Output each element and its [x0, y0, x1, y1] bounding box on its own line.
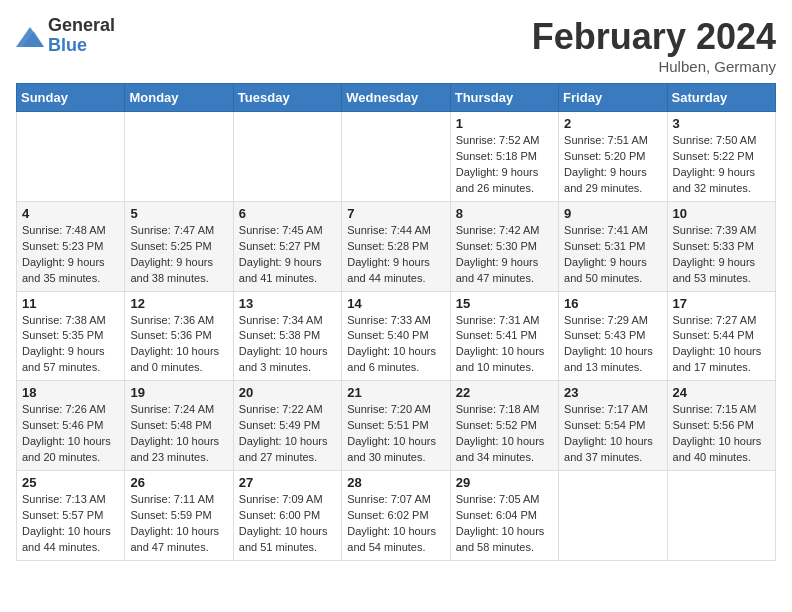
day-info: Sunrise: 7:13 AMSunset: 5:57 PMDaylight:… [22, 492, 119, 556]
calendar-cell: 21Sunrise: 7:20 AMSunset: 5:51 PMDayligh… [342, 381, 450, 471]
day-number: 23 [564, 385, 661, 400]
calendar-cell: 24Sunrise: 7:15 AMSunset: 5:56 PMDayligh… [667, 381, 775, 471]
day-info: Sunrise: 7:36 AMSunset: 5:36 PMDaylight:… [130, 313, 227, 377]
day-info: Sunrise: 7:33 AMSunset: 5:40 PMDaylight:… [347, 313, 444, 377]
day-info: Sunrise: 7:50 AMSunset: 5:22 PMDaylight:… [673, 133, 770, 197]
day-info: Sunrise: 7:51 AMSunset: 5:20 PMDaylight:… [564, 133, 661, 197]
day-number: 19 [130, 385, 227, 400]
day-number: 9 [564, 206, 661, 221]
day-info: Sunrise: 7:18 AMSunset: 5:52 PMDaylight:… [456, 402, 553, 466]
calendar-cell: 26Sunrise: 7:11 AMSunset: 5:59 PMDayligh… [125, 471, 233, 561]
day-of-week-header: Thursday [450, 84, 558, 112]
day-number: 21 [347, 385, 444, 400]
day-info: Sunrise: 7:45 AMSunset: 5:27 PMDaylight:… [239, 223, 336, 287]
calendar-cell: 25Sunrise: 7:13 AMSunset: 5:57 PMDayligh… [17, 471, 125, 561]
day-info: Sunrise: 7:48 AMSunset: 5:23 PMDaylight:… [22, 223, 119, 287]
day-info: Sunrise: 7:47 AMSunset: 5:25 PMDaylight:… [130, 223, 227, 287]
calendar-cell: 17Sunrise: 7:27 AMSunset: 5:44 PMDayligh… [667, 291, 775, 381]
calendar-cell [17, 112, 125, 202]
day-number: 16 [564, 296, 661, 311]
day-number: 3 [673, 116, 770, 131]
day-of-week-header: Friday [559, 84, 667, 112]
day-info: Sunrise: 7:29 AMSunset: 5:43 PMDaylight:… [564, 313, 661, 377]
day-info: Sunrise: 7:52 AMSunset: 5:18 PMDaylight:… [456, 133, 553, 197]
day-number: 27 [239, 475, 336, 490]
day-number: 25 [22, 475, 119, 490]
page-header: General Blue February 2024 Hulben, Germa… [16, 16, 776, 75]
day-number: 15 [456, 296, 553, 311]
calendar-cell: 28Sunrise: 7:07 AMSunset: 6:02 PMDayligh… [342, 471, 450, 561]
logo-icon [16, 25, 44, 47]
month-title: February 2024 [532, 16, 776, 58]
day-info: Sunrise: 7:11 AMSunset: 5:59 PMDaylight:… [130, 492, 227, 556]
calendar-cell: 2Sunrise: 7:51 AMSunset: 5:20 PMDaylight… [559, 112, 667, 202]
day-number: 12 [130, 296, 227, 311]
day-info: Sunrise: 7:38 AMSunset: 5:35 PMDaylight:… [22, 313, 119, 377]
calendar-cell [667, 471, 775, 561]
calendar-cell: 29Sunrise: 7:05 AMSunset: 6:04 PMDayligh… [450, 471, 558, 561]
calendar-cell: 6Sunrise: 7:45 AMSunset: 5:27 PMDaylight… [233, 201, 341, 291]
calendar-cell: 7Sunrise: 7:44 AMSunset: 5:28 PMDaylight… [342, 201, 450, 291]
day-info: Sunrise: 7:34 AMSunset: 5:38 PMDaylight:… [239, 313, 336, 377]
logo: General Blue [16, 16, 115, 56]
day-number: 7 [347, 206, 444, 221]
day-info: Sunrise: 7:31 AMSunset: 5:41 PMDaylight:… [456, 313, 553, 377]
day-number: 17 [673, 296, 770, 311]
calendar-cell: 4Sunrise: 7:48 AMSunset: 5:23 PMDaylight… [17, 201, 125, 291]
day-number: 5 [130, 206, 227, 221]
day-number: 6 [239, 206, 336, 221]
calendar-week-row: 18Sunrise: 7:26 AMSunset: 5:46 PMDayligh… [17, 381, 776, 471]
day-info: Sunrise: 7:07 AMSunset: 6:02 PMDaylight:… [347, 492, 444, 556]
day-of-week-header: Tuesday [233, 84, 341, 112]
day-number: 1 [456, 116, 553, 131]
calendar-cell [342, 112, 450, 202]
day-of-week-header: Monday [125, 84, 233, 112]
calendar-cell: 1Sunrise: 7:52 AMSunset: 5:18 PMDaylight… [450, 112, 558, 202]
day-number: 13 [239, 296, 336, 311]
day-number: 24 [673, 385, 770, 400]
day-info: Sunrise: 7:42 AMSunset: 5:30 PMDaylight:… [456, 223, 553, 287]
calendar-week-row: 11Sunrise: 7:38 AMSunset: 5:35 PMDayligh… [17, 291, 776, 381]
day-number: 2 [564, 116, 661, 131]
calendar-cell [125, 112, 233, 202]
calendar-week-row: 1Sunrise: 7:52 AMSunset: 5:18 PMDaylight… [17, 112, 776, 202]
day-info: Sunrise: 7:44 AMSunset: 5:28 PMDaylight:… [347, 223, 444, 287]
day-of-week-header: Sunday [17, 84, 125, 112]
calendar-cell: 15Sunrise: 7:31 AMSunset: 5:41 PMDayligh… [450, 291, 558, 381]
calendar-cell: 18Sunrise: 7:26 AMSunset: 5:46 PMDayligh… [17, 381, 125, 471]
day-info: Sunrise: 7:17 AMSunset: 5:54 PMDaylight:… [564, 402, 661, 466]
day-info: Sunrise: 7:20 AMSunset: 5:51 PMDaylight:… [347, 402, 444, 466]
calendar-cell: 22Sunrise: 7:18 AMSunset: 5:52 PMDayligh… [450, 381, 558, 471]
calendar-cell [233, 112, 341, 202]
day-number: 11 [22, 296, 119, 311]
day-number: 26 [130, 475, 227, 490]
calendar-cell: 20Sunrise: 7:22 AMSunset: 5:49 PMDayligh… [233, 381, 341, 471]
calendar-cell [559, 471, 667, 561]
calendar-cell: 27Sunrise: 7:09 AMSunset: 6:00 PMDayligh… [233, 471, 341, 561]
day-number: 29 [456, 475, 553, 490]
calendar-cell: 9Sunrise: 7:41 AMSunset: 5:31 PMDaylight… [559, 201, 667, 291]
logo-text: General Blue [48, 16, 115, 56]
day-number: 20 [239, 385, 336, 400]
day-number: 18 [22, 385, 119, 400]
calendar-header-row: SundayMondayTuesdayWednesdayThursdayFrid… [17, 84, 776, 112]
calendar-cell: 19Sunrise: 7:24 AMSunset: 5:48 PMDayligh… [125, 381, 233, 471]
calendar-cell: 14Sunrise: 7:33 AMSunset: 5:40 PMDayligh… [342, 291, 450, 381]
logo-general-text: General [48, 16, 115, 36]
calendar-cell: 12Sunrise: 7:36 AMSunset: 5:36 PMDayligh… [125, 291, 233, 381]
calendar-cell: 8Sunrise: 7:42 AMSunset: 5:30 PMDaylight… [450, 201, 558, 291]
day-number: 10 [673, 206, 770, 221]
calendar-week-row: 25Sunrise: 7:13 AMSunset: 5:57 PMDayligh… [17, 471, 776, 561]
calendar-cell: 16Sunrise: 7:29 AMSunset: 5:43 PMDayligh… [559, 291, 667, 381]
day-info: Sunrise: 7:26 AMSunset: 5:46 PMDaylight:… [22, 402, 119, 466]
day-info: Sunrise: 7:22 AMSunset: 5:49 PMDaylight:… [239, 402, 336, 466]
calendar-table: SundayMondayTuesdayWednesdayThursdayFrid… [16, 83, 776, 561]
calendar-cell: 5Sunrise: 7:47 AMSunset: 5:25 PMDaylight… [125, 201, 233, 291]
day-number: 14 [347, 296, 444, 311]
day-number: 22 [456, 385, 553, 400]
day-info: Sunrise: 7:05 AMSunset: 6:04 PMDaylight:… [456, 492, 553, 556]
calendar-cell: 23Sunrise: 7:17 AMSunset: 5:54 PMDayligh… [559, 381, 667, 471]
day-info: Sunrise: 7:39 AMSunset: 5:33 PMDaylight:… [673, 223, 770, 287]
day-info: Sunrise: 7:15 AMSunset: 5:56 PMDaylight:… [673, 402, 770, 466]
day-of-week-header: Saturday [667, 84, 775, 112]
